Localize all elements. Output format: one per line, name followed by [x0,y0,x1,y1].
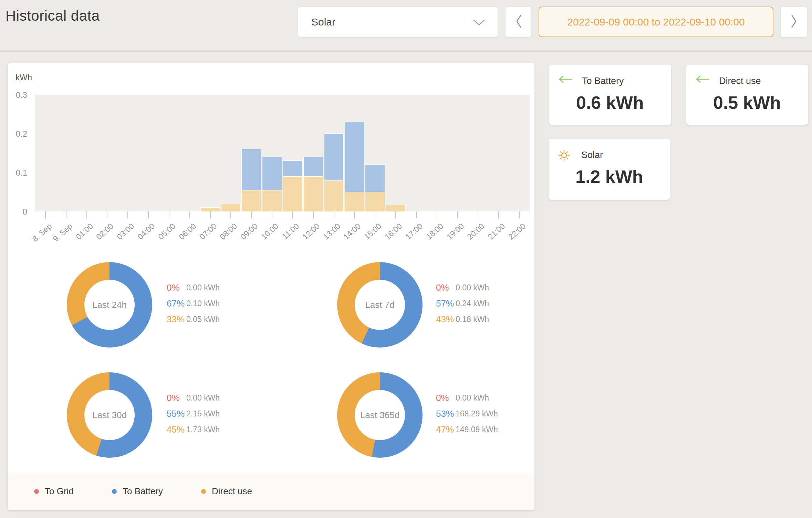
stat-row: 67%0.10 kWh [167,296,220,311]
bar-segment-direct-use [365,192,385,212]
stat-percent: 43% [436,314,456,325]
summary-card-direct-use: Direct use 0.5 kWh [686,65,808,125]
x-tick-label: 05:00 [156,221,177,242]
sun-icon [558,149,570,163]
card-title: Direct use [719,76,761,86]
x-tick [519,211,520,218]
x-tick-label: 15:00 [363,221,384,242]
donut-period-label: Last 24h [92,300,127,310]
stat-value: 0.05 kWh [186,315,220,324]
donut-hole: Last 7d [355,280,405,330]
page-title: Historical data [6,8,100,24]
bar-segment-to-battery [283,161,302,176]
x-tick-label: 14:00 [342,221,363,242]
bar-segment-to-battery [365,165,385,192]
x-tick [354,211,355,218]
donut-chart-last-30d: Last 30d [67,372,152,458]
stat-percent: 0% [436,282,456,293]
stat-value: 0.24 kWh [456,299,489,308]
legend-item-to-battery[interactable]: To Battery [112,472,163,510]
bar-segment-direct-use [283,176,302,211]
x-tick-label: 12:00 [301,221,322,242]
bar-segment-direct-use [345,192,364,212]
x-tick [86,211,87,218]
stat-value: 0.10 kWh [186,299,220,308]
summary-card-to-battery: To Battery 0.6 kWh [549,65,671,125]
legend-item-to-grid[interactable]: To Grid [34,472,74,510]
x-tick [169,211,169,218]
summary-card-solar: Solar 1.2 kWh [549,139,670,200]
legend-dot [201,489,206,494]
donut-hole: Last 30d [84,390,135,440]
donut-hole: Last 24h [84,280,135,330]
bar-segment-direct-use [324,180,344,211]
x-tick [478,211,478,218]
x-tick [251,211,252,218]
stat-row: 0%0.00 kWh [436,390,498,406]
donut-period-label: Last 7d [365,300,394,310]
x-tick-label: 20:00 [466,221,487,242]
stat-percent: 67% [167,298,186,309]
date-range-button[interactable]: 2022-09-09 00:00 to 2022-09-10 00:00 [539,7,773,37]
chevron-right-icon [791,14,798,30]
stat-value: 0.00 kWh [186,393,220,403]
meter-select-dropdown[interactable]: Solar [298,7,498,37]
bar-segment-to-battery [304,157,323,177]
bar-segment-direct-use [304,176,323,211]
x-tick-label: 11:00 [280,221,301,241]
y-axis-unit-label: kWh [15,73,32,82]
x-tick [416,211,417,218]
x-tick-label: 07:00 [198,221,219,242]
x-tick-label: 18:00 [424,221,445,242]
chart-legend-footer: To GridTo BatteryDirect use [8,472,534,510]
x-tick [334,211,334,218]
x-tick-label: 03:00 [115,221,136,242]
x-tick [498,211,499,218]
stat-row: 0%0.00 kWh [436,280,489,296]
next-period-button[interactable] [781,7,808,37]
stat-value: 168.29 kWh [456,409,498,418]
x-tick-label: 01:00 [74,221,95,242]
historical-chart-card: kWh 0.30.20.10 8. Sep9. Sep01:0002:0003:… [8,63,534,510]
stat-percent: 55% [167,408,186,419]
x-tick [272,211,272,218]
x-tick-label: 21:00 [486,221,507,242]
stat-row: 43%0.18 kWh [436,311,489,327]
legend-dot [112,489,117,494]
x-tick-label: 16:00 [383,221,404,242]
stat-value: 1.73 kWh [186,425,220,434]
stat-percent: 0% [436,393,456,403]
meter-select-value: Solar [311,16,335,28]
stat-percent: 0% [167,282,186,293]
plot-background [35,95,530,211]
x-tick-label: 19:00 [445,221,466,242]
legend-item-direct-use[interactable]: Direct use [201,472,252,510]
bar-segment-direct-use [201,208,220,211]
bar-segment-to-battery [262,157,282,190]
stat-row: 53%168.29 kWh [436,406,498,422]
donut-hole: Last 365d [355,390,405,440]
bar-segment-direct-use [262,190,282,211]
stat-percent: 33% [167,314,186,325]
x-tick [313,211,314,218]
donut-period-label: Last 365d [360,410,399,421]
stat-percent: 45% [167,424,186,435]
previous-period-button[interactable] [505,7,532,37]
date-range-label: 2022-09-09 00:00 to 2022-09-10 00:00 [567,16,745,28]
x-tick [230,211,231,218]
legend-label: To Grid [45,486,74,497]
stat-value: 0.00 kWh [456,393,489,403]
x-tick-label: 04:00 [136,221,157,242]
x-tick-label: 08:00 [218,221,239,242]
x-tick-label: 22:00 [507,221,528,242]
donut-stats: 0%0.00 kWh57%0.24 kWh43%0.18 kWh [436,280,489,327]
stat-value: 0.00 kWh [456,283,489,292]
stat-row: 57%0.24 kWh [436,296,489,311]
x-tick-label: 09:00 [239,221,260,242]
stat-value: 0.00 kWh [186,283,220,292]
bar-segment-direct-use [221,204,241,211]
x-tick [148,211,149,218]
x-tick [395,211,396,218]
x-tick [66,211,66,218]
donut-chart-last-24h: Last 24h [67,262,152,348]
